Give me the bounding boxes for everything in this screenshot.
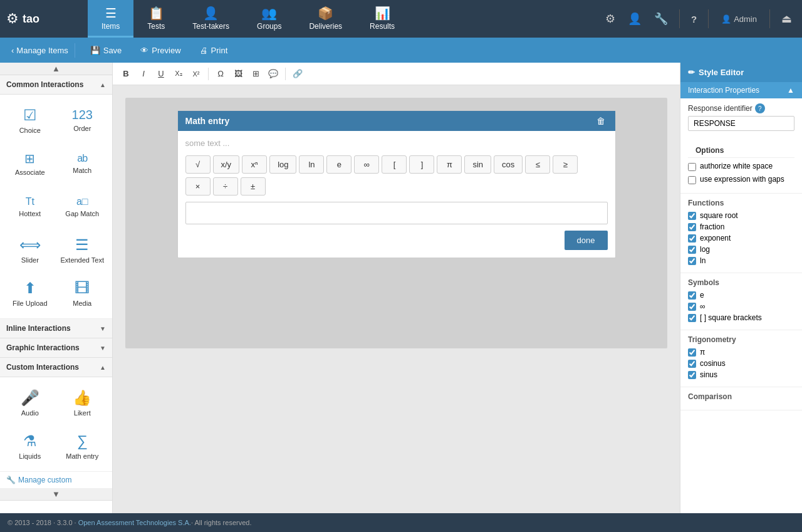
sidebar-item-order[interactable]: 123 Order [58,100,108,140]
inline-interactions-header[interactable]: Inline Interactions ▼ [0,319,112,338]
sidebar-item-match[interactable]: ab Match [58,143,108,184]
scroll-down-button[interactable]: ▼ [0,488,112,501]
custom-interactions-header[interactable]: Custom Interactions ▲ [0,358,112,377]
math-btn-ln[interactable]: ln [299,155,324,174]
function-checkbox-fraction[interactable] [688,223,696,231]
math-done-button[interactable]: done [565,231,608,250]
logout-icon[interactable]: ⏏ [778,8,796,29]
trig-checkbox-trig-pi[interactable] [688,348,696,357]
function-checkbox-ln[interactable] [688,257,696,265]
results-icon: 📊 [375,6,390,21]
response-identifier-input[interactable] [688,116,794,131]
comparison-section: Comparison [680,387,802,410]
symbol-row-sym-inf: ∞ [688,302,794,311]
function-checkbox-exponent[interactable] [688,234,696,243]
bold-button[interactable]: B [118,66,134,82]
nav-item-test-takers[interactable]: 👤 Test-takers [179,0,243,38]
sidebar-item-audio[interactable]: 🎤 Audio [5,382,55,423]
function-checkbox-square-root[interactable] [688,212,696,220]
nav-item-results[interactable]: 📊 Results [356,0,409,38]
sidebar-item-associate[interactable]: ⊞ Associate [5,143,55,184]
omega-button[interactable]: Ω [212,66,229,82]
superscript-button[interactable]: X² [188,66,204,82]
authorize-white-space-checkbox[interactable] [688,163,696,171]
math-input-field[interactable] [185,202,608,224]
nav-item-deliveries-label: Deliveries [309,22,342,31]
math-btn-×[interactable]: × [185,177,211,196]
italic-button[interactable]: I [135,66,152,82]
nav-item-groups[interactable]: 👥 Groups [243,0,295,38]
symbol-checkbox-sym-brackets[interactable] [688,314,696,322]
associate-icon: ⊞ [24,151,35,166]
manage-items-button[interactable]: ‹ Manage Items [5,43,75,58]
print-button[interactable]: 🖨 Print [191,42,237,59]
math-btn-∞[interactable]: ∞ [354,155,379,174]
content-area: B I U X₂ X² Ω 🖼 ⊞ 💬 🔗 Math entry 🗑 [113,63,680,513]
link-button[interactable]: 🔗 [289,66,306,82]
sidebar-item-gap-match[interactable]: a□ Gap Match [58,186,108,227]
sidebar-item-math-entry[interactable]: ∑ Math entry [58,425,108,466]
sidebar-item-slider[interactable]: ⟺ Slider [5,229,55,270]
trig-checkbox-trig-sinus[interactable] [688,371,696,379]
sidebar-item-hottext[interactable]: Tt Hottext [5,186,55,227]
sidebar-item-media[interactable]: 🎞 Media [58,273,108,313]
footer-link[interactable]: Open Assessment Technologies S.A. [78,519,191,526]
help-icon[interactable]: ? [687,10,700,28]
math-btn-][interactable]: ] [409,155,434,174]
nav-item-tests-label: Tests [147,22,165,31]
quote-button[interactable]: 💬 [265,66,281,82]
math-widget-close-button[interactable]: 🗑 [594,116,608,126]
response-help-icon[interactable]: ? [755,103,765,113]
symbol-label-sym-e: e [700,291,704,300]
nav-item-tests[interactable]: 📋 Tests [133,0,179,38]
image-button[interactable]: 🖼 [230,66,246,82]
underline-button[interactable]: U [153,66,169,82]
users-icon[interactable]: 👤 [624,8,645,29]
math-btn-±[interactable]: ± [241,177,266,196]
symbol-label-sym-brackets: [ ] square brackets [700,313,762,322]
sidebar-item-liquids[interactable]: ⚗ Liquids [5,425,55,466]
sidebar-item-choice[interactable]: ☑ Choice [5,100,55,140]
trig-checkbox-trig-cosinus[interactable] [688,360,696,368]
common-interactions-header[interactable]: Common Interactions ▲ [0,75,112,95]
toolbar-bar: ‹ Manage Items 💾 Save 👁 Preview 🖨 Print [0,38,802,63]
manage-custom-button[interactable]: 🔧 Manage custom [0,472,112,488]
preview-button[interactable]: 👁 Preview [132,42,189,59]
symbol-checkbox-sym-inf[interactable] [688,303,696,311]
math-btn-e[interactable]: e [326,155,352,174]
liquids-icon: ⚗ [23,432,37,450]
math-btn-x/y[interactable]: x/y [213,155,240,174]
math-btn-π[interactable]: π [437,155,462,174]
save-button[interactable]: 💾 Save [81,42,131,59]
file-upload-label: File Upload [13,300,48,307]
canvas-area: Math entry 🗑 some text ... √x/yxⁿloglne∞… [113,85,680,513]
math-btn-÷[interactable]: ÷ [213,177,238,196]
wrench-icon[interactable]: 🔧 [650,8,672,29]
symbol-checkbox-sym-e[interactable] [688,291,696,300]
math-btn-sin[interactable]: sin [464,155,491,174]
use-expression-checkbox[interactable] [688,176,696,184]
settings-icon[interactable]: ⚙ [602,8,619,29]
sidebar-item-file-upload[interactable]: ⬆ File Upload [5,273,55,313]
math-btn-xⁿ[interactable]: xⁿ [242,155,267,174]
math-btn-log[interactable]: log [269,155,296,174]
math-btn-≥[interactable]: ≥ [553,155,578,174]
graphic-interactions-header[interactable]: Graphic Interactions ▼ [0,338,112,358]
math-btn-cos[interactable]: cos [494,155,523,174]
logo[interactable]: ⚙ tao [0,0,88,38]
math-btn-[[interactable]: [ [382,155,407,174]
trig-row-trig-pi: π [688,348,794,357]
function-checkbox-log[interactable] [688,246,696,254]
scroll-up-button[interactable]: ▲ [0,63,112,75]
math-btn-√[interactable]: √ [185,155,211,174]
sidebar-item-extended-text[interactable]: ☰ Extended Text [58,229,108,270]
nav-item-deliveries[interactable]: 📦 Deliveries [295,0,356,38]
subscript-button[interactable]: X₂ [170,66,187,82]
trig-label-trig-pi: π [700,348,705,357]
math-btn-≤[interactable]: ≤ [525,155,550,174]
admin-button[interactable]: 👤 Admin [716,12,762,26]
table-button[interactable]: ⊞ [247,66,264,82]
sidebar-item-likert[interactable]: 👍 Likert [58,382,108,423]
collapse-icon[interactable]: ▲ [787,86,794,95]
nav-item-items[interactable]: ☰ Items [88,0,133,38]
